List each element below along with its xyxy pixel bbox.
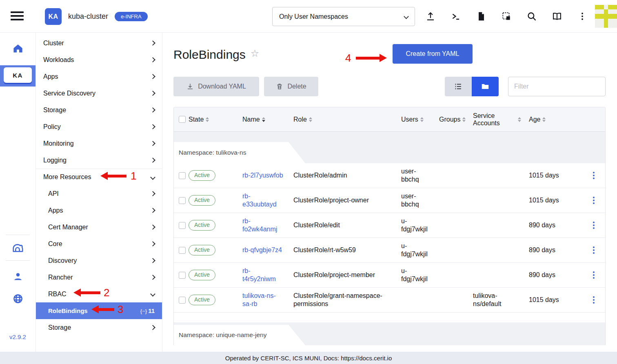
grouped-view-button[interactable] [472,77,499,96]
role-cell: ClusterRole/edit [293,221,401,229]
row-checkbox[interactable] [179,272,186,279]
role-cell: ClusterRole/admin [293,171,401,180]
table-row: Activerb-t4r5y2niwmClusterRole/project-m… [174,263,605,288]
toolbar: Download YAML Delete [173,77,606,96]
role-cell: ClusterRole/grant-namespace-permissions [293,292,401,308]
rolebinding-name-link[interactable]: rb-e33uubtayd [242,192,293,209]
sidebar-item-apps[interactable]: Apps [36,68,162,85]
column-header-users[interactable]: Users [401,116,439,123]
column-header-age[interactable]: Age [529,116,583,123]
row-checkbox[interactable] [179,172,186,179]
chevron-right-icon [150,191,155,196]
search-icon[interactable] [524,8,540,24]
namespace-filter-dropdown[interactable]: Only User Namespaces [272,7,415,26]
copy-icon[interactable] [498,8,515,24]
row-actions-kebab-icon[interactable] [589,270,599,280]
row-actions-kebab-icon[interactable] [589,295,599,305]
user-avatar[interactable] [595,5,617,28]
rolebinding-name-link[interactable]: rb-2l7yuswfob [242,171,293,180]
sidebar-item-rbac[interactable]: RBAC [36,286,162,302]
list-view-button[interactable] [445,77,472,96]
sidebar-item-rancher[interactable]: Rancher [36,269,162,286]
cluster-brand[interactable]: KA kuba-cluster e-INFRA [45,8,148,25]
row-checkbox[interactable] [179,247,186,254]
favorite-star-icon[interactable]: ☆ [251,48,260,59]
chevron-right-icon [150,224,155,230]
cluster-manager-icon[interactable] [0,235,36,260]
rail-divider [6,260,30,261]
sidebar-item-workloads[interactable]: Workloads [36,51,162,68]
list-view-icon [454,82,463,91]
row-actions-kebab-icon[interactable] [589,195,599,206]
kebab-menu-icon[interactable] [574,8,590,24]
sidebar-item-storage[interactable]: Storage [36,102,162,118]
sidebar-item-monitoring[interactable]: Monitoring [36,135,162,152]
sidebar-item-cert-manager[interactable]: Cert Manager [36,219,162,235]
row-actions-kebab-icon[interactable] [589,170,599,181]
top-bar: KA kuba-cluster e-INFRA Only User Namesp… [0,0,617,33]
sidebar-item-label: Discovery [48,257,77,264]
sidebar-item-api[interactable]: API [36,185,162,202]
sidebar-item-label: Storage [43,107,66,114]
column-header-role[interactable]: Role [293,116,401,123]
sidebar-item-apps[interactable]: Apps [36,202,162,219]
column-header-name[interactable]: Name [242,116,293,123]
language-globe-icon[interactable] [0,289,36,309]
sidebar-item-policy[interactable]: Policy [36,118,162,135]
footer-text: Operated by CERIT-SC, ICS MUNI, Docs: ht… [225,355,392,362]
sidebar-item-discovery[interactable]: Discovery [36,252,162,269]
shell-icon[interactable] [448,8,464,24]
file-icon[interactable] [473,8,489,24]
table-row: Activerb-e33uubtaydClusterRole/project-o… [174,188,605,213]
status-badge: Active [189,170,215,181]
chevron-down-icon [150,175,155,180]
rolebinding-name-link[interactable]: rb-qfvgbje7z4 [242,246,293,254]
select-all-checkbox[interactable] [179,116,186,123]
rolebinding-name-link[interactable]: rb-t4r5y2niwm [242,267,293,283]
sidebar-item-service-discovery[interactable]: Service Discovery [36,85,162,102]
table-row: Activetulikova-ns-sa-rbClusterRole/grant… [174,288,605,313]
rolebinding-name-link[interactable]: tulikova-ns-sa-rb [242,292,293,308]
user-icon[interactable] [0,265,36,289]
chevron-right-icon [150,141,155,146]
sidebar-item-logging[interactable]: Logging [36,152,162,169]
row-checkbox[interactable] [179,197,186,204]
column-header-state[interactable]: State [189,116,242,123]
sidebar-item-storage[interactable]: Storage [36,319,162,336]
rolebinding-name-link[interactable]: rb-fo2wk4anmj [242,217,293,233]
sidebar-item-rolebindings[interactable]: RoleBindings{−}11 [36,302,162,319]
sidebar-item-cluster[interactable]: Cluster [36,35,162,51]
row-checkbox[interactable] [179,297,186,304]
filter-input[interactable] [508,77,606,96]
age-cell: 890 days [529,271,583,279]
sidebar-item-label: Monitoring [43,140,74,147]
column-header-service-accounts[interactable]: Service Accounts [473,112,518,127]
sidebar-item-label: Service Discovery [43,90,95,97]
sidebar-nav: ClusterWorkloadsAppsService DiscoverySto… [36,33,162,352]
sidebar-item-label: Cluster [43,40,64,47]
namespace-filter-value: Only User Namespaces [279,13,348,20]
row-checkbox[interactable] [179,222,186,229]
docs-book-icon[interactable] [549,8,565,24]
rail-active-cluster[interactable]: KA [0,65,36,87]
delete-button[interactable]: Delete [264,77,318,96]
footer: Operated by CERIT-SC, ICS MUNI, Docs: ht… [0,352,617,364]
sidebar-item-more-resources[interactable]: More Resources [36,169,162,185]
cluster-logo[interactable]: KA [45,8,62,25]
upload-icon[interactable] [422,8,439,24]
hamburger-menu-icon[interactable] [11,11,24,21]
sidebar-item-core[interactable]: Core [36,235,162,252]
column-header-groups[interactable]: Groups [439,116,473,123]
table-header-row: StateNameRoleUsersGroupsService Accounts… [174,107,605,132]
row-actions-kebab-icon[interactable] [589,245,599,255]
chevron-down-icon [150,291,155,297]
download-yaml-button[interactable]: Download YAML [173,77,259,96]
create-from-yaml-button[interactable]: Create from YAML [393,44,473,64]
sidebar-item-label: Apps [43,73,58,80]
folder-view-icon [481,82,490,91]
topbar-icons [422,0,590,33]
row-actions-kebab-icon[interactable] [589,220,599,231]
home-icon[interactable] [0,42,36,55]
trash-icon [276,83,283,90]
view-toggle [445,77,499,96]
